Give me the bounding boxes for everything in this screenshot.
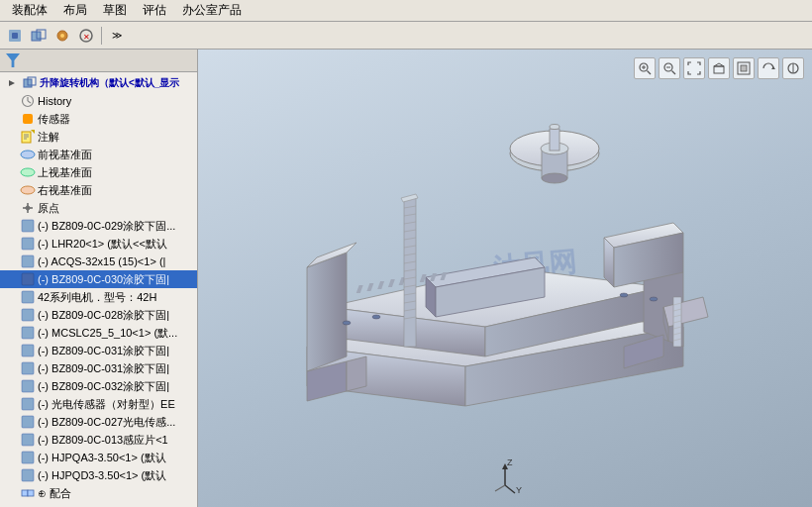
part-label-2: (-) LHR20<1> (默认<<默认 — [38, 237, 193, 252]
tree-item-bz809-027[interactable]: (-) BZ809-0C-027光电传感... — [0, 413, 197, 431]
tree-item-origin[interactable]: 原点 — [0, 199, 197, 217]
part-icon-1 — [20, 218, 36, 234]
expand-root-icon — [4, 75, 20, 91]
menu-layout[interactable]: 布局 — [55, 0, 95, 21]
part-icon-7 — [20, 325, 36, 341]
section-view-btn[interactable] — [782, 57, 804, 79]
svg-rect-26 — [22, 220, 34, 232]
tree-item-lhr20[interactable]: (-) LHR20<1> (默认<<默认 — [0, 235, 197, 253]
svg-marker-117 — [714, 63, 724, 66]
part-icon-8 — [20, 343, 36, 358]
filter-icon — [6, 53, 20, 67]
tree-item-mcslc25[interactable]: (-) MCSLC25_5_10<1> (默... — [0, 324, 197, 342]
svg-rect-40 — [22, 469, 34, 481]
rotate-view-btn[interactable] — [758, 57, 779, 79]
tree-item-mates[interactable]: ⊕ 配合 — [0, 484, 197, 502]
part-icon-4 — [20, 271, 36, 287]
part-label-11: (-) 光电传感器（对射型）EE — [38, 397, 193, 412]
svg-line-13 — [28, 101, 31, 103]
part-icon-12 — [20, 414, 36, 430]
insert-component-btn[interactable] — [4, 25, 26, 47]
annotation-label: 注解 — [38, 130, 193, 145]
tree-item-photosensor[interactable]: (-) 光电传感器（对射型）EE — [0, 395, 197, 413]
smart-fastener-btn[interactable] — [51, 25, 73, 47]
tree-item-acqs[interactable]: (-) ACQS-32x15 (15)<1> (| — [0, 253, 197, 270]
tree-item-sensor[interactable]: 传感器 — [0, 110, 197, 128]
svg-point-21 — [21, 168, 35, 176]
menu-sketch[interactable]: 草图 — [95, 0, 135, 21]
svg-rect-30 — [22, 291, 34, 303]
part-label-4: (-) BZ809-0C-030涂胶下固| — [38, 272, 193, 287]
part-label-1: (-) BZ809-0C-029涂胶下固... — [38, 219, 193, 234]
tree-item-bz809-028[interactable]: (-) BZ809-0C-028涂胶下固| — [0, 306, 197, 324]
tree-item-top-plane[interactable]: 上视基准面 — [0, 163, 197, 181]
svg-rect-27 — [22, 238, 34, 250]
more-tools-btn[interactable]: ≫ — [106, 25, 128, 47]
view-orient-btn[interactable] — [708, 57, 730, 79]
menu-evaluate[interactable]: 评估 — [135, 0, 174, 21]
part-label-9: (-) BZ809-0C-031涂胶下固| — [38, 361, 193, 376]
part-icon-9 — [20, 360, 36, 376]
mates-label: ⊕ 配合 — [38, 486, 193, 501]
part-label-12: (-) BZ809-0C-027光电传感... — [38, 415, 193, 430]
part-icon-10 — [20, 378, 36, 394]
tree-item-bz809-032[interactable]: (-) BZ809-0C-032涂胶下固| — [0, 377, 197, 395]
3d-model — [248, 69, 762, 485]
top-plane-icon — [20, 164, 36, 180]
svg-line-126 — [505, 485, 515, 493]
tree-item-annotation[interactable]: 注解 — [0, 128, 197, 146]
part-label-7: (-) MCSLC25_5_10<1> (默... — [38, 326, 193, 341]
svg-rect-65 — [404, 198, 416, 347]
part-label-8: (-) BZ809-0C-031涂胶下固| — [38, 344, 193, 358]
part-icon-3 — [20, 254, 36, 269]
zoom-fit-btn[interactable] — [683, 57, 705, 79]
svg-rect-39 — [22, 452, 34, 463]
tree-item-bz809-031a[interactable]: (-) BZ809-0C-031涂胶下固| — [0, 342, 197, 359]
axis-indicator: Z Y — [485, 456, 525, 495]
menu-assembly[interactable]: 装配体 — [4, 0, 55, 21]
svg-rect-87 — [550, 129, 559, 151]
tree-item-bz809-030[interactable]: (-) BZ809-0C-030涂胶下固| — [0, 270, 197, 288]
tree-item-42motor[interactable]: 42系列电机．型号：42H — [0, 288, 197, 306]
svg-rect-1 — [12, 33, 18, 39]
tree-item-bz809-013[interactable]: (-) BZ809-0C-013感应片<1 — [0, 431, 197, 449]
svg-marker-8 — [9, 80, 15, 86]
move-component-btn[interactable]: ✕ — [75, 25, 97, 47]
zoom-out-btn[interactable] — [659, 57, 680, 79]
part-icon-6 — [20, 307, 36, 323]
tree-container[interactable]: 升降旋转机构（默认<默认_显示 History — [0, 72, 197, 507]
svg-rect-58 — [377, 281, 384, 289]
tree-item-right-plane[interactable]: 右视基准面 — [0, 181, 197, 199]
tree-item-hjpqa3[interactable]: (-) HJPQA3-3.50<1> (默认 — [0, 449, 197, 466]
tree-item-front-plane[interactable]: 前视基准面 — [0, 146, 197, 163]
svg-point-85 — [542, 173, 567, 183]
svg-point-88 — [550, 125, 559, 130]
viewport[interactable]: 沐风网 www.mofem.com — [198, 50, 812, 507]
main-toolbar: ✕ ≫ — [0, 22, 812, 50]
display-style-btn[interactable] — [733, 57, 755, 79]
svg-rect-119 — [741, 65, 747, 71]
new-assembly-btn[interactable] — [28, 25, 50, 47]
main-layout: 升降旋转机构（默认<默认_显示 History — [0, 50, 812, 507]
menu-bar: 装配体 布局 草图 评估 办公室产品 — [0, 0, 812, 22]
tree-item-hjpqd3[interactable]: (-) HJPQD3-3.50<1> (默认 — [0, 466, 197, 484]
assembly-icon — [22, 75, 38, 91]
tree-item-bz809-029[interactable]: (-) BZ809-0C-029涂胶下固... — [0, 217, 197, 235]
svg-marker-49 — [307, 253, 347, 371]
svg-rect-14 — [23, 114, 33, 124]
tree-item-history[interactable]: History — [0, 92, 197, 110]
history-icon — [20, 93, 36, 109]
svg-rect-28 — [22, 255, 34, 267]
right-plane-label: 右视基准面 — [38, 183, 193, 198]
part-label-3: (-) ACQS-32x15 (15)<1> (| — [38, 255, 193, 267]
part-icon-2 — [20, 236, 36, 252]
zoom-in-btn[interactable] — [634, 57, 656, 79]
menu-office[interactable]: 办公室产品 — [174, 0, 250, 21]
annotation-icon — [20, 129, 36, 145]
tree-root[interactable]: 升降旋转机构（默认<默认_显示 — [0, 74, 197, 92]
tree-item-bz809-031b[interactable]: (-) BZ809-0C-031涂胶下固| — [0, 359, 197, 377]
svg-point-5 — [60, 34, 64, 38]
part-label-10: (-) BZ809-0C-032涂胶下固| — [38, 379, 193, 394]
front-plane-label: 前视基准面 — [38, 148, 193, 162]
front-plane-icon — [20, 147, 36, 162]
